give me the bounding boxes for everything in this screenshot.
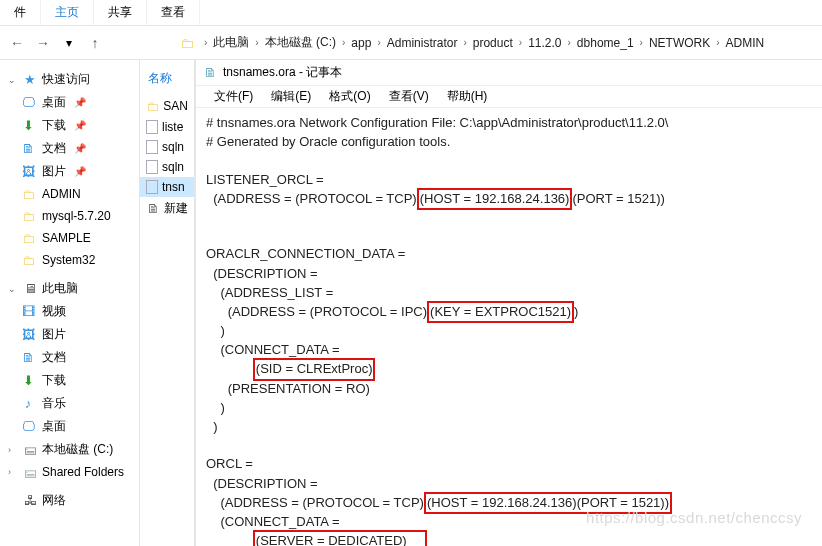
list-item-selected[interactable]: tnsn — [140, 177, 194, 197]
sidebar-label: 图片 — [42, 163, 66, 180]
path-root[interactable]: 此电脑 — [213, 34, 249, 51]
sidebar-item-downloads[interactable]: ⬇下载 — [0, 369, 139, 392]
path-seg[interactable]: 11.2.0 — [528, 36, 561, 50]
chevron-right-icon: › — [377, 37, 380, 48]
file-icon — [146, 140, 158, 154]
path-seg[interactable]: Administrator — [387, 36, 458, 50]
sidebar-item-disk-c[interactable]: ›🖴本地磁盘 (C:) — [0, 438, 139, 461]
nav-back-button[interactable]: ← — [6, 32, 28, 54]
sidebar-this-pc[interactable]: ⌄🖥此电脑 — [0, 277, 139, 300]
document-icon: 🗎 — [20, 350, 36, 366]
text-file-icon: 🗎 — [146, 201, 160, 217]
path-seg[interactable]: app — [351, 36, 371, 50]
list-item[interactable]: 🗀SAN — [140, 95, 194, 117]
file-name: sqln — [162, 140, 184, 154]
sidebar-item-folder[interactable]: 🗀System32 — [0, 249, 139, 271]
text-line: (ADDRESS = (PROTOCOL = IPC) — [206, 304, 427, 319]
sidebar-label: 快速访问 — [42, 71, 90, 88]
music-icon: ♪ — [20, 396, 36, 412]
tab-file[interactable]: 件 — [0, 0, 41, 25]
text-line: (PRESENTATION = RO) — [206, 381, 370, 396]
file-icon — [146, 180, 158, 194]
sidebar-item-pictures[interactable]: 🖼图片📌 — [0, 160, 139, 183]
folder-icon: 🗀 — [20, 230, 36, 246]
chevron-right-icon: › — [342, 37, 345, 48]
arrow-right-icon: → — [36, 35, 50, 51]
nav-bar: ← → ▾ ↑ 🗀 › 此电脑 › 本地磁盘 (C:) › app › Admi… — [0, 26, 822, 60]
nav-up-button[interactable]: ↑ — [84, 32, 106, 54]
path-seg[interactable]: NETWORK — [649, 36, 710, 50]
sidebar-item-videos[interactable]: 🎞视频 — [0, 300, 139, 323]
path-seg[interactable]: ADMIN — [726, 36, 765, 50]
file-name: sqln — [162, 160, 184, 174]
chevron-right-icon: › — [463, 37, 466, 48]
chevron-right-icon: › — [568, 37, 571, 48]
sidebar-label: 桌面 — [42, 94, 66, 111]
highlight-server-service: (SERVER = DEDICATED) (SERVICE_NAME = orc… — [253, 530, 427, 546]
sidebar-label: SAMPLE — [42, 231, 91, 245]
notepad-menubar: 文件(F) 编辑(E) 格式(O) 查看(V) 帮助(H) — [196, 86, 822, 108]
file-name: SAN — [163, 99, 188, 113]
menu-file[interactable]: 文件(F) — [206, 86, 261, 107]
sidebar-item-desktop[interactable]: 🖵桌面📌 — [0, 91, 139, 114]
sidebar-item-pictures[interactable]: 🖼图片 — [0, 323, 139, 346]
window-title: tnsnames.ora - 记事本 — [223, 64, 342, 81]
sidebar-item-folder[interactable]: 🗀ADMIN — [0, 183, 139, 205]
notepad-titlebar[interactable]: 🗎 tnsnames.ora - 记事本 — [196, 60, 822, 86]
list-item[interactable]: 🗎新建 — [140, 197, 194, 220]
sidebar-quick-access[interactable]: ⌄★快速访问 — [0, 68, 139, 91]
list-item[interactable]: sqln — [140, 137, 194, 157]
path-seg[interactable]: 本地磁盘 (C:) — [265, 34, 336, 51]
sidebar-network[interactable]: 🖧网络 — [0, 489, 139, 512]
shared-icon: 🖴 — [22, 464, 38, 480]
notepad-window: 🗎 tnsnames.ora - 记事本 文件(F) 编辑(E) 格式(O) 查… — [195, 60, 822, 546]
text-line: ORCL = — [206, 456, 253, 471]
highlight-key: (KEY = EXTPROC1521) — [427, 301, 574, 323]
list-item[interactable]: liste — [140, 117, 194, 137]
text-line: ) — [206, 323, 225, 338]
sidebar-item-folder[interactable]: 🗀SAMPLE — [0, 227, 139, 249]
chevron-right-icon: › — [204, 37, 207, 48]
text-line: # tnsnames.ora Network Configuration Fil… — [206, 115, 668, 130]
sidebar-item-downloads[interactable]: ⬇下载📌 — [0, 114, 139, 137]
folder-icon: 🗀 — [180, 35, 194, 51]
sidebar-item-music[interactable]: ♪音乐 — [0, 392, 139, 415]
column-header-name[interactable]: 名称 — [140, 68, 194, 89]
sidebar-label: 音乐 — [42, 395, 66, 412]
menu-help[interactable]: 帮助(H) — [439, 86, 496, 107]
sidebar-label: 桌面 — [42, 418, 66, 435]
sidebar-label: 本地磁盘 (C:) — [42, 441, 113, 458]
disk-icon: 🖴 — [22, 442, 38, 458]
path-seg[interactable]: product — [473, 36, 513, 50]
notepad-content[interactable]: # tnsnames.ora Network Configuration Fil… — [196, 108, 822, 546]
menu-format[interactable]: 格式(O) — [321, 86, 378, 107]
sidebar-item-shared[interactable]: ›🖴Shared Folders — [0, 461, 139, 483]
text-line: (PORT = 1521)) — [572, 191, 664, 206]
tab-share[interactable]: 共享 — [94, 0, 147, 25]
menu-edit[interactable]: 编辑(E) — [263, 86, 319, 107]
sidebar-item-documents[interactable]: 🗎文档 — [0, 346, 139, 369]
text-line: (CONNECT_DATA = — [206, 342, 340, 357]
sidebar-label: Shared Folders — [42, 465, 124, 479]
tab-home[interactable]: 主页 — [41, 0, 94, 25]
tab-view[interactable]: 查看 — [147, 0, 200, 25]
desktop-icon: 🖵 — [20, 419, 36, 435]
file-list: 名称 🗀SAN liste sqln sqln tnsn 🗎新建 — [140, 60, 195, 546]
breadcrumb[interactable]: 🗀 › 此电脑 › 本地磁盘 (C:) › app › Administrato… — [180, 34, 764, 51]
path-seg[interactable]: dbhome_1 — [577, 36, 634, 50]
nav-forward-button[interactable]: → — [32, 32, 54, 54]
sidebar-item-desktop[interactable]: 🖵桌面 — [0, 415, 139, 438]
file-name: tnsn — [162, 180, 185, 194]
text-line: (DESCRIPTION = — [206, 476, 318, 491]
nav-dropdown-button[interactable]: ▾ — [58, 32, 80, 54]
menu-view[interactable]: 查看(V) — [381, 86, 437, 107]
pin-icon: 📌 — [72, 95, 88, 111]
chevron-right-icon: › — [716, 37, 719, 48]
notepad-icon: 🗎 — [204, 65, 217, 80]
sidebar-label: mysql-5.7.20 — [42, 209, 111, 223]
sidebar-label: 文档 — [42, 140, 66, 157]
file-icon — [146, 120, 158, 134]
sidebar-item-documents[interactable]: 🗎文档📌 — [0, 137, 139, 160]
list-item[interactable]: sqln — [140, 157, 194, 177]
sidebar-item-folder[interactable]: 🗀mysql-5.7.20 — [0, 205, 139, 227]
